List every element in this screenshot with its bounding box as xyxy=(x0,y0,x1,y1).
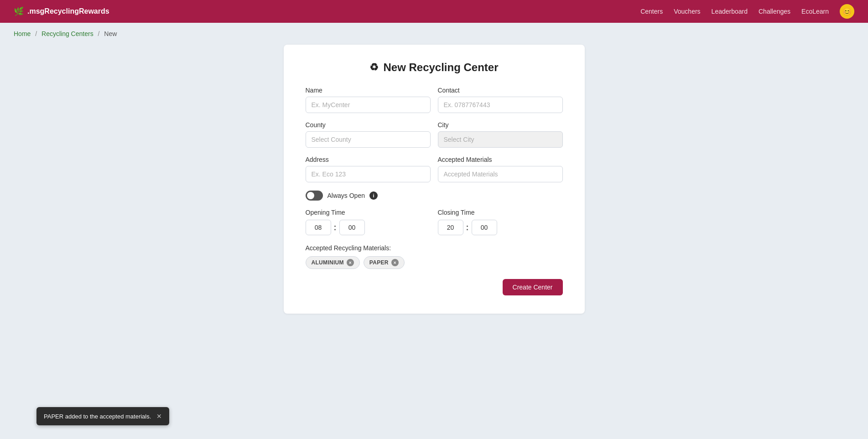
city-label: City xyxy=(438,121,563,129)
materials-tags: ALUMINIUM×PAPER× xyxy=(306,256,563,269)
opening-time-inputs: : xyxy=(306,220,431,235)
form-title-icon: ♻ xyxy=(369,62,379,73)
nav-links: Centers Vouchers Leaderboard Challenges … xyxy=(640,4,854,19)
city-group: City xyxy=(438,121,563,148)
breadcrumb-current: New xyxy=(104,30,117,37)
always-open-toggle[interactable] xyxy=(306,191,323,201)
accepted-materials-label: Accepted Materials xyxy=(438,156,563,163)
name-contact-row: Name Contact xyxy=(306,87,563,113)
breadcrumb-recycling-centers[interactable]: Recycling Centers xyxy=(42,30,94,37)
toast-close-button[interactable]: ✕ xyxy=(156,413,162,420)
nav-leaderboard[interactable]: Leaderboard xyxy=(712,8,748,15)
brand-text: .msgRecyclingRewards xyxy=(27,7,109,15)
form-title: ♻ New Recycling Center xyxy=(306,61,563,74)
tag-label: PAPER xyxy=(369,259,389,266)
materials-section-label: Accepted Recycling Materials: xyxy=(306,244,563,252)
breadcrumb-sep-1: / xyxy=(35,30,37,37)
nav-challenges[interactable]: Challenges xyxy=(759,8,790,15)
brand-recycle-icon: 🌿 xyxy=(14,6,24,16)
address-materials-row: Address Accepted Materials xyxy=(306,156,563,182)
opening-time-colon: : xyxy=(334,223,337,232)
form-footer: Create Center xyxy=(306,279,563,295)
opening-minutes-input[interactable] xyxy=(339,220,365,235)
main-content: ♻ New Recycling Center Name Contact Coun… xyxy=(0,45,868,332)
name-label: Name xyxy=(306,87,431,94)
toggle-track xyxy=(306,191,323,201)
time-section-row: Opening Time : Closing Time : xyxy=(306,209,563,235)
name-input[interactable] xyxy=(306,97,431,113)
opening-hours-input[interactable] xyxy=(306,220,331,235)
contact-group: Contact xyxy=(438,87,563,113)
nav-centers[interactable]: Centers xyxy=(640,8,663,15)
toggle-thumb xyxy=(307,192,314,199)
tag-remove-button[interactable]: × xyxy=(347,259,354,266)
closing-time-group: Closing Time : xyxy=(438,209,563,235)
nav-vouchers[interactable]: Vouchers xyxy=(674,8,700,15)
info-icon[interactable]: i xyxy=(369,191,378,200)
closing-time-colon: : xyxy=(466,223,469,232)
county-group: County xyxy=(306,121,431,148)
address-label: Address xyxy=(306,156,431,163)
tag-label: ALUMINIUM xyxy=(312,259,344,266)
toast-notification: PAPER added to the accepted materials. ✕ xyxy=(36,407,169,425)
form-card: ♻ New Recycling Center Name Contact Coun… xyxy=(284,45,585,314)
county-city-row: County City xyxy=(306,121,563,148)
address-input[interactable] xyxy=(306,166,431,182)
user-avatar[interactable]: 😊 xyxy=(840,4,854,19)
closing-time-label: Closing Time xyxy=(438,209,563,216)
opening-time-label: Opening Time xyxy=(306,209,431,216)
nav-ecolearn[interactable]: EcoLearn xyxy=(801,8,829,15)
opening-time-group: Opening Time : xyxy=(306,209,431,235)
closing-minutes-input[interactable] xyxy=(472,220,497,235)
name-group: Name xyxy=(306,87,431,113)
material-tag: ALUMINIUM× xyxy=(306,256,360,269)
brand-link[interactable]: 🌿 .msgRecyclingRewards xyxy=(14,6,109,16)
accepted-materials-input[interactable] xyxy=(438,166,563,182)
city-input[interactable] xyxy=(438,131,563,148)
always-open-row: Always Open i xyxy=(306,191,563,201)
breadcrumb-home[interactable]: Home xyxy=(14,30,31,37)
always-open-label: Always Open xyxy=(327,192,365,199)
breadcrumb-sep-2: / xyxy=(98,30,100,37)
closing-time-inputs: : xyxy=(438,220,563,235)
create-center-button[interactable]: Create Center xyxy=(503,279,563,295)
navbar: 🌿 .msgRecyclingRewards Centers Vouchers … xyxy=(0,0,868,23)
form-title-text: New Recycling Center xyxy=(383,61,498,74)
tag-remove-button[interactable]: × xyxy=(391,259,399,266)
breadcrumb: Home / Recycling Centers / New xyxy=(0,23,868,45)
county-label: County xyxy=(306,121,431,129)
closing-hours-input[interactable] xyxy=(438,220,463,235)
accepted-materials-group: Accepted Materials xyxy=(438,156,563,182)
materials-section: Accepted Recycling Materials: ALUMINIUM×… xyxy=(306,244,563,269)
contact-input[interactable] xyxy=(438,97,563,113)
address-group: Address xyxy=(306,156,431,182)
toast-message: PAPER added to the accepted materials. xyxy=(44,413,151,420)
material-tag: PAPER× xyxy=(364,256,405,269)
contact-label: Contact xyxy=(438,87,563,94)
county-input[interactable] xyxy=(306,131,431,148)
